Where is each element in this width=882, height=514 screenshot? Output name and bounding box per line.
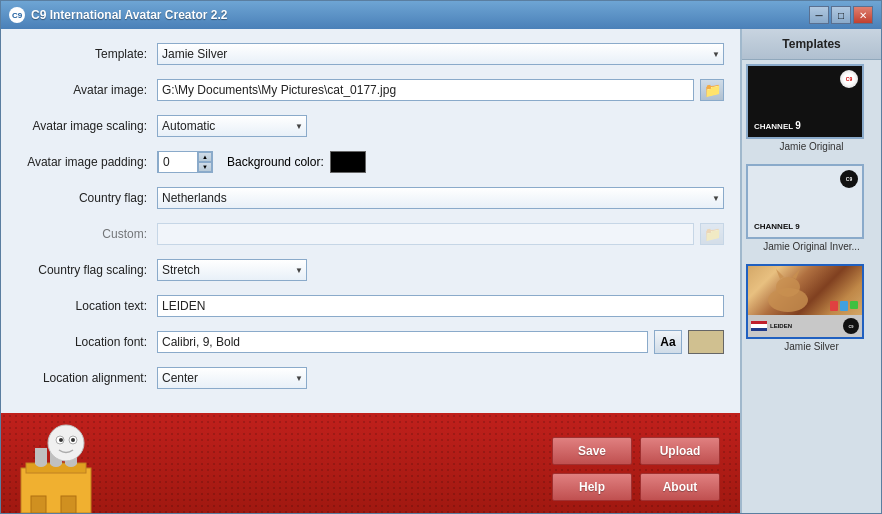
app-icon: C9 bbox=[9, 7, 25, 23]
form-area: Template: Jamie Silver Jamie Original Ja… bbox=[1, 29, 740, 413]
avatar-image-label: Avatar image: bbox=[17, 83, 157, 97]
template-select[interactable]: Jamie Silver Jamie Original Jamie Origin… bbox=[157, 43, 724, 65]
main-panel: Template: Jamie Silver Jamie Original Ja… bbox=[1, 29, 741, 513]
location-font-row: Location font: Calibri, 9, Bold Aa bbox=[17, 329, 724, 355]
about-button[interactable]: About bbox=[640, 473, 720, 501]
avatar-padding-control: ▲ ▼ Background color: bbox=[157, 151, 724, 173]
template-label-1: Jamie Original bbox=[746, 141, 877, 152]
template-label-2: Jamie Original Inver... bbox=[746, 241, 877, 252]
avatar-image-row: Avatar image: G:\My Documents\My Picture… bbox=[17, 77, 724, 103]
custom-browse-button[interactable]: 📁 bbox=[700, 223, 724, 245]
avatar-padding-label: Avatar image padding: bbox=[17, 155, 157, 169]
template-item-1[interactable]: C9 CHANNEL 9 Jamie Original bbox=[746, 64, 877, 152]
flag-scaling-control: Stretch Fit None bbox=[157, 259, 724, 281]
main-window: C9 C9 International Avatar Creator 2.2 ─… bbox=[0, 0, 882, 514]
save-button[interactable]: Save bbox=[552, 437, 632, 465]
spinner-up-button[interactable]: ▲ bbox=[198, 152, 212, 162]
template-thumb-3[interactable]: LEIDEN C9 bbox=[746, 264, 864, 339]
sidebar-scroll[interactable]: C9 CHANNEL 9 Jamie Original C9 CHANNEL 9 bbox=[742, 60, 881, 513]
template-item-3[interactable]: LEIDEN C9 Jamie Silver bbox=[746, 264, 877, 352]
close-button[interactable]: ✕ bbox=[853, 6, 873, 24]
location-font-input[interactable]: Calibri, 9, Bold bbox=[157, 331, 648, 353]
svg-marker-18 bbox=[792, 269, 800, 279]
avatar-scaling-select-wrapper[interactable]: Automatic Stretch Fit None bbox=[157, 115, 307, 137]
action-buttons: Save Upload Help About bbox=[552, 437, 720, 501]
flag-scaling-label: Country flag scaling: bbox=[17, 263, 157, 277]
location-text-input[interactable]: LEIDEN bbox=[157, 295, 724, 317]
flag-scaling-select-wrapper[interactable]: Stretch Fit None bbox=[157, 259, 307, 281]
spinner-down-button[interactable]: ▼ bbox=[198, 162, 212, 172]
sidebar-header: Templates bbox=[742, 29, 881, 60]
svg-point-16 bbox=[776, 277, 800, 297]
custom-input[interactable] bbox=[157, 223, 694, 245]
location-text-label: Location text: bbox=[17, 299, 157, 313]
avatar-scaling-control: Automatic Stretch Fit None bbox=[157, 115, 724, 137]
avatar-padding-row: Avatar image padding: ▲ ▼ Background col… bbox=[17, 149, 724, 175]
location-font-control: Calibri, 9, Bold Aa bbox=[157, 330, 724, 354]
avatar-scaling-row: Avatar image scaling: Automatic Stretch … bbox=[17, 113, 724, 139]
avatar-image-input[interactable]: G:\My Documents\My Pictures\cat_0177.jpg bbox=[157, 79, 694, 101]
location-text-control: LEIDEN bbox=[157, 295, 724, 317]
top-buttons: Save Upload bbox=[552, 437, 720, 465]
template-control: Jamie Silver Jamie Original Jamie Origin… bbox=[157, 43, 724, 65]
avatar-scaling-label: Avatar image scaling: bbox=[17, 119, 157, 133]
svg-point-10 bbox=[48, 425, 84, 461]
upload-button[interactable]: Upload bbox=[640, 437, 720, 465]
custom-row: Custom: 📁 bbox=[17, 221, 724, 247]
country-flag-row: Country flag: Netherlands United States … bbox=[17, 185, 724, 211]
channel9-logo-1: C9 bbox=[840, 70, 858, 88]
avatar-padding-spinner[interactable]: ▲ ▼ bbox=[157, 151, 213, 173]
maximize-button[interactable]: □ bbox=[831, 6, 851, 24]
font-picker-button[interactable]: Aa bbox=[654, 330, 682, 354]
svg-rect-3 bbox=[61, 496, 76, 513]
avatar-image-control: G:\My Documents\My Pictures\cat_0177.jpg… bbox=[157, 79, 724, 101]
country-flag-control: Netherlands United States Germany France… bbox=[157, 187, 724, 209]
font-color-picker[interactable] bbox=[688, 330, 724, 354]
avatar-browse-button[interactable]: 📁 bbox=[700, 79, 724, 101]
country-flag-label: Country flag: bbox=[17, 191, 157, 205]
bottom-buttons-row: Help About bbox=[552, 473, 720, 501]
country-flag-select[interactable]: Netherlands United States Germany France… bbox=[157, 187, 724, 209]
template-thumb-2[interactable]: C9 CHANNEL 9 bbox=[746, 164, 864, 239]
svg-point-12 bbox=[59, 438, 63, 442]
country-flag-select-wrapper[interactable]: Netherlands United States Germany France… bbox=[157, 187, 724, 209]
window-body: Template: Jamie Silver Jamie Original Ja… bbox=[1, 29, 881, 513]
background-color-picker[interactable] bbox=[330, 151, 366, 173]
background-color-label: Background color: bbox=[227, 155, 324, 169]
flag-scaling-row: Country flag scaling: Stretch Fit None bbox=[17, 257, 724, 283]
svg-marker-17 bbox=[776, 269, 784, 279]
template-thumb-1[interactable]: C9 CHANNEL 9 bbox=[746, 64, 864, 139]
avatar-scaling-select[interactable]: Automatic Stretch Fit None bbox=[157, 115, 307, 137]
template-row: Template: Jamie Silver Jamie Original Ja… bbox=[17, 41, 724, 67]
location-alignment-control: Center Left Right bbox=[157, 367, 724, 389]
location-alignment-select[interactable]: Center Left Right bbox=[157, 367, 307, 389]
sidebar: Templates C9 CHANNEL 9 Jamie Original bbox=[741, 29, 881, 513]
svg-rect-5 bbox=[35, 448, 47, 464]
location-font-label: Location font: bbox=[17, 335, 157, 349]
location-alignment-label: Location alignment: bbox=[17, 371, 157, 385]
minimize-button[interactable]: ─ bbox=[809, 6, 829, 24]
bottom-panel: Save Upload Help About bbox=[1, 413, 740, 513]
template-label: Template: bbox=[17, 47, 157, 61]
flag-scaling-select[interactable]: Stretch Fit None bbox=[157, 259, 307, 281]
svg-point-14 bbox=[71, 438, 75, 442]
location-alignment-row: Location alignment: Center Left Right bbox=[17, 365, 724, 391]
robot-figure bbox=[11, 418, 121, 513]
template-label-3: Jamie Silver bbox=[746, 341, 877, 352]
svg-rect-2 bbox=[31, 496, 46, 513]
window-title: C9 International Avatar Creator 2.2 bbox=[31, 8, 803, 22]
location-text-row: Location text: LEIDEN bbox=[17, 293, 724, 319]
window-controls: ─ □ ✕ bbox=[809, 6, 873, 24]
spinner-buttons: ▲ ▼ bbox=[198, 152, 212, 172]
help-button[interactable]: Help bbox=[552, 473, 632, 501]
avatar-padding-input[interactable] bbox=[158, 151, 198, 173]
custom-control: 📁 bbox=[157, 223, 724, 245]
template-select-wrapper[interactable]: Jamie Silver Jamie Original Jamie Origin… bbox=[157, 43, 724, 65]
custom-label: Custom: bbox=[17, 227, 157, 241]
template-item-2[interactable]: C9 CHANNEL 9 Jamie Original Inver... bbox=[746, 164, 877, 252]
location-alignment-select-wrapper[interactable]: Center Left Right bbox=[157, 367, 307, 389]
title-bar: C9 C9 International Avatar Creator 2.2 ─… bbox=[1, 1, 881, 29]
